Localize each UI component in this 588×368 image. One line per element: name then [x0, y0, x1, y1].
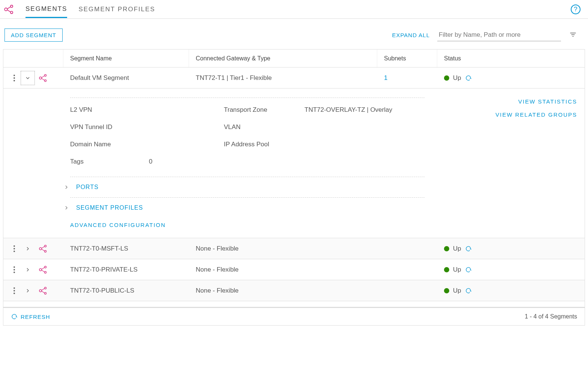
row-menu-icon[interactable]: [12, 245, 17, 252]
svg-point-9: [45, 74, 46, 76]
segment-icon: [39, 244, 48, 253]
svg-line-12: [42, 78, 45, 80]
refresh-status-icon[interactable]: [465, 75, 472, 81]
segment-subnets: [377, 259, 437, 280]
col-gateway[interactable]: Connected Gateway & Type: [189, 50, 377, 67]
tab-segments[interactable]: SEGMENTS: [26, 1, 67, 18]
segment-detail: L2 VPN Transport Zone TNT72-OVERLAY-TZ |…: [3, 89, 585, 238]
svg-line-17: [42, 249, 45, 251]
svg-point-15: [45, 250, 46, 252]
segment-name: TNT72-T0-MSFT-LS: [63, 238, 189, 259]
segment-name: TNT72-T0-PUBLIC-LS: [63, 280, 189, 301]
segment-gateway: None - Flexible: [189, 280, 377, 301]
svg-line-22: [42, 270, 45, 272]
svg-line-21: [42, 267, 45, 269]
table-header: Segment Name Connected Gateway & Type Su…: [3, 50, 585, 68]
segment-icon: [39, 74, 48, 83]
svg-point-0: [4, 8, 7, 11]
svg-line-3: [7, 7, 10, 9]
advanced-config-link[interactable]: ADVANCED CONFIGURATION: [70, 222, 166, 228]
expand-ports-icon[interactable]: [63, 184, 71, 190]
svg-point-20: [45, 271, 46, 273]
expand-icon[interactable]: [21, 242, 35, 256]
table-row: TNT72-T0-MSFT-LS None - Flexible Up: [3, 238, 585, 259]
svg-point-13: [39, 248, 42, 250]
col-subnets[interactable]: Subnets: [377, 50, 437, 67]
svg-point-10: [45, 80, 46, 81]
segment-name: Default VM Segment: [63, 68, 189, 88]
vpn-tunnel-label: VPN Tunnel ID: [70, 123, 149, 131]
segment-gateway: None - Flexible: [189, 259, 377, 280]
help-icon[interactable]: ?: [571, 5, 580, 14]
subnets-link[interactable]: 1: [384, 74, 387, 82]
table-row: Default VM Segment TNT72-T1 | Tier1 - Fl…: [3, 68, 585, 89]
segment-icon: [39, 265, 48, 274]
svg-line-27: [42, 291, 45, 293]
svg-point-2: [10, 11, 13, 14]
table-row: TNT72-T0-PUBLIC-LS None - Flexible Up: [3, 280, 585, 301]
table-row: TNT72-T0-PRIVATE-LS None - Flexible Up: [3, 259, 585, 280]
filter-input[interactable]: [437, 29, 561, 41]
segments-table: Segment Name Connected Gateway & Type Su…: [3, 49, 585, 308]
segment-subnets: [377, 238, 437, 259]
expand-icon[interactable]: [21, 284, 35, 298]
expand-segment-profiles-icon[interactable]: [63, 205, 71, 211]
refresh-label: REFRESH: [21, 314, 50, 320]
collapse-icon[interactable]: [21, 71, 35, 85]
pagination-text: 1 - 4 of 4 Segments: [525, 313, 577, 320]
filter-icon[interactable]: [568, 32, 577, 39]
segments-logo-icon: [4, 4, 14, 15]
svg-point-18: [39, 269, 42, 271]
svg-point-19: [45, 266, 46, 268]
refresh-status-icon[interactable]: [465, 266, 472, 273]
segment-icon: [39, 286, 48, 295]
col-segment-name[interactable]: Segment Name: [63, 50, 189, 67]
svg-point-23: [39, 290, 42, 292]
status-text: Up: [453, 74, 461, 82]
tab-bar: SEGMENTS SEGMENT PROFILES ?: [0, 0, 588, 19]
expand-all-link[interactable]: EXPAND ALL: [392, 32, 430, 38]
tab-segment-profiles[interactable]: SEGMENT PROFILES: [78, 1, 155, 17]
view-statistics-link[interactable]: VIEW STATISTICS: [432, 98, 577, 105]
row-menu-icon[interactable]: [12, 75, 17, 81]
tags-value: 0: [149, 158, 224, 165]
status-up-icon: [444, 246, 449, 251]
col-status[interactable]: Status: [437, 50, 585, 67]
svg-line-26: [42, 288, 45, 290]
ip-pool-label: IP Address Pool: [224, 141, 304, 148]
segment-subnets: [377, 280, 437, 301]
svg-point-14: [45, 245, 46, 247]
ports-section[interactable]: PORTS: [76, 184, 99, 191]
svg-point-25: [45, 292, 46, 294]
status-up-icon: [444, 75, 449, 81]
row-menu-icon[interactable]: [12, 287, 17, 294]
tags-label: Tags: [70, 158, 149, 165]
expand-icon[interactable]: [21, 263, 35, 277]
status-text: Up: [453, 287, 461, 294]
l2vpn-label: L2 VPN: [70, 106, 149, 114]
segment-profiles-section[interactable]: SEGMENT PROFILES: [76, 204, 143, 211]
refresh-status-icon[interactable]: [465, 287, 472, 294]
segment-gateway: None - Flexible: [189, 238, 377, 259]
table-footer: REFRESH 1 - 4 of 4 Segments: [3, 308, 585, 326]
status-up-icon: [444, 288, 449, 293]
segment-name: TNT72-T0-PRIVATE-LS: [63, 259, 189, 280]
view-related-groups-link[interactable]: VIEW RELATED GROUPS: [432, 111, 577, 118]
domain-name-label: Domain Name: [70, 141, 149, 148]
status-text: Up: [453, 245, 461, 252]
svg-line-16: [42, 246, 45, 248]
segment-gateway: TNT72-T1 | Tier1 - Flexible: [189, 68, 377, 88]
refresh-status-icon[interactable]: [465, 245, 472, 252]
status-text: Up: [453, 266, 461, 273]
add-segment-button[interactable]: ADD SEGMENT: [4, 29, 63, 42]
status-up-icon: [444, 267, 449, 272]
transport-zone-value: TNT72-OVERLAY-TZ | Overlay: [304, 106, 424, 114]
refresh-button[interactable]: REFRESH: [11, 313, 50, 320]
svg-line-11: [42, 76, 45, 78]
toolbar: ADD SEGMENT EXPAND ALL: [0, 19, 588, 49]
vlan-label: VLAN: [224, 123, 304, 131]
svg-line-4: [7, 10, 10, 12]
transport-zone-label: Transport Zone: [224, 106, 304, 114]
svg-point-8: [39, 77, 42, 79]
row-menu-icon[interactable]: [12, 266, 17, 273]
